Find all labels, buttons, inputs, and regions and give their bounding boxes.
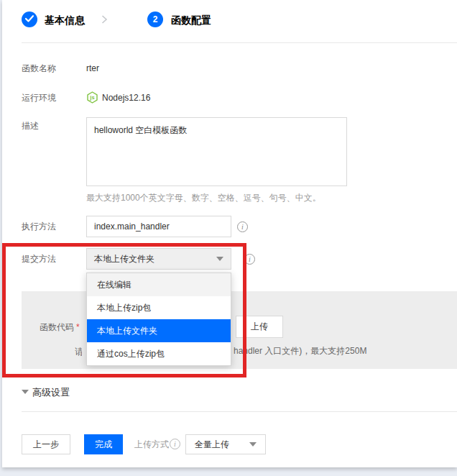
function-code-label-row: 函数代码* [40, 322, 80, 332]
step2-active-circle: 2 [147, 12, 163, 27]
step2-label: 函数配置 [171, 14, 211, 26]
submit-method-value: 本地上传文件夹 [94, 254, 154, 264]
handler-label: 执行方法 [22, 221, 56, 232]
dropdown-option-local-zip[interactable]: 本地上传zip包 [87, 296, 231, 319]
step1-label: 基本信息 [45, 14, 85, 26]
description-label: 描述 [22, 121, 39, 131]
submit-method-label: 提交方法 [22, 254, 56, 264]
function-code-label: 函数代码 [40, 322, 74, 332]
submit-method-select[interactable]: 本地上传文件夹 [86, 248, 231, 270]
dropdown-option-cos-zip[interactable]: 通过cos上传zip包 [87, 342, 231, 365]
handler-info-icon[interactable]: i [237, 221, 248, 232]
runtime-value: Nodejs12.16 [102, 93, 150, 103]
dropdown-option-local-folder[interactable]: 本地上传文件夹 [87, 319, 231, 342]
step1-done-circle [22, 12, 37, 27]
nodejs-icon: js [86, 91, 98, 106]
previous-step-button[interactable]: 上一步 [22, 434, 70, 454]
runtime-label: 运行环境 [22, 93, 56, 103]
upload-mode-label: 上传方式 [134, 439, 169, 449]
svg-text:js: js [89, 94, 94, 101]
function-name-label: 函数名称 [22, 63, 56, 73]
dropdown-option-online-edit[interactable]: 在线编辑 [87, 273, 231, 296]
header-divider [22, 42, 457, 43]
triangle-down-icon [22, 390, 29, 394]
function-config-page: { "colors": { "primary_blue": "#006eff",… [0, 0, 457, 476]
description-hint: 最大支持1000个英文字母、数字、空格、逗号、句号、中文。 [86, 193, 321, 203]
function-name-value: rter [86, 63, 99, 73]
check-icon [25, 14, 34, 24]
submit-method-caret-icon [216, 257, 223, 261]
submit-method-dropdown-menu: 在线编辑 本地上传zip包 本地上传文件夹 通过cos上传zip包 [86, 273, 231, 366]
advanced-settings-toggle[interactable]: 高级设置 [22, 386, 101, 399]
finish-button[interactable]: 完成 [84, 434, 123, 454]
footer-divider [22, 411, 457, 412]
submit-method-info-icon[interactable]: i [244, 254, 255, 265]
function-code-hint-left-fragment: 请 [75, 346, 82, 358]
required-asterisk: * [76, 322, 80, 332]
upload-mode-value: 全量上传 [195, 439, 229, 449]
upload-button[interactable]: 上传 [236, 316, 283, 338]
description-textarea[interactable]: helloworld 空白模板函数 [86, 117, 347, 186]
upload-mode-info-icon[interactable]: i [170, 439, 180, 449]
step-separator-chevron-icon [101, 14, 108, 27]
function-code-hint: handler 入口文件)，最大支持250M [234, 346, 366, 356]
advanced-settings-label: 高级设置 [32, 387, 70, 398]
upload-mode-caret-icon [249, 442, 257, 447]
handler-input[interactable]: index.main_handler [86, 216, 231, 237]
step2-number: 2 [153, 14, 158, 24]
